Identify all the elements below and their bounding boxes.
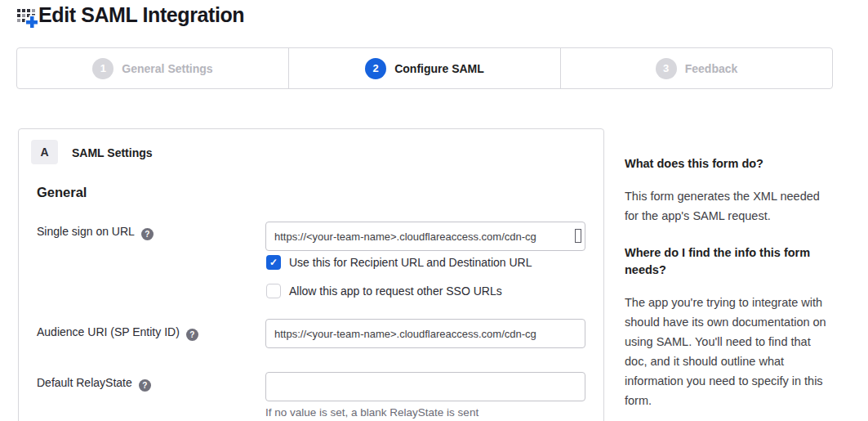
section-letter-badge: A <box>31 140 58 164</box>
relay-state-label: Default RelayState? <box>37 376 151 392</box>
step-general-settings[interactable]: 1 General Settings <box>17 48 288 88</box>
sso-url-input-wrap <box>265 222 585 251</box>
saml-settings-card: A SAML Settings General Single sign on U… <box>18 128 604 421</box>
checkbox-unchecked-icon[interactable] <box>266 284 281 298</box>
step-configure-saml[interactable]: 2 Configure SAML <box>288 48 560 88</box>
help-icon[interactable]: ? <box>141 228 154 240</box>
audience-uri-label: Audience URI (SP Entity ID)? <box>37 325 198 341</box>
step-3-label: Feedback <box>685 62 738 75</box>
help-icon[interactable]: ? <box>186 329 198 341</box>
help-sidebar: What does this form do? This form genera… <box>625 155 832 421</box>
step-1-label: General Settings <box>122 62 212 75</box>
sidebar-para-where: The app you're trying to integrate with … <box>625 293 832 410</box>
step-2-label: Configure SAML <box>394 62 484 75</box>
sso-url-input[interactable] <box>265 222 585 251</box>
sso-url-label: Single sign on URL? <box>37 225 154 240</box>
step-feedback[interactable]: 3 Feedback <box>560 48 832 88</box>
sidebar-heading-where: Where do I find the info this form needs… <box>625 244 832 279</box>
step-1-badge: 1 <box>92 58 114 79</box>
text-cursor <box>575 229 581 243</box>
relay-state-hint: If no value is set, a blank RelayState i… <box>265 406 479 419</box>
recipient-url-checkbox-label: Use this for Recipient URL and Destinati… <box>289 256 532 269</box>
step-3-badge: 3 <box>656 58 677 79</box>
relay-state-input-wrap <box>265 372 585 401</box>
help-icon[interactable]: ? <box>139 379 151 392</box>
checkbox-checked-icon[interactable]: ✓ <box>266 255 281 270</box>
other-sso-urls-checkbox-row[interactable]: Allow this app to request other SSO URLs <box>266 284 502 298</box>
section-title: SAML Settings <box>72 146 153 159</box>
step-2-badge: 2 <box>365 58 386 79</box>
relay-state-input[interactable] <box>265 372 585 401</box>
sidebar-heading-what: What does this form do? <box>625 155 832 172</box>
recipient-url-checkbox-row[interactable]: ✓ Use this for Recipient URL and Destina… <box>266 255 532 270</box>
page-title: Edit SAML Integration <box>38 3 244 27</box>
app-grid-plus-icon <box>16 6 38 29</box>
audience-uri-input-wrap <box>265 319 585 348</box>
sidebar-para-what: This form generates the XML needed for t… <box>625 186 832 226</box>
audience-uri-input[interactable] <box>265 319 585 348</box>
wizard-step-bar: 1 General Settings 2 Configure SAML 3 Fe… <box>16 47 833 89</box>
other-sso-urls-checkbox-label: Allow this app to request other SSO URLs <box>289 284 502 298</box>
edit-saml-integration-page: Edit SAML Integration 1 General Settings… <box>0 0 868 421</box>
group-title-general: General <box>37 185 87 200</box>
